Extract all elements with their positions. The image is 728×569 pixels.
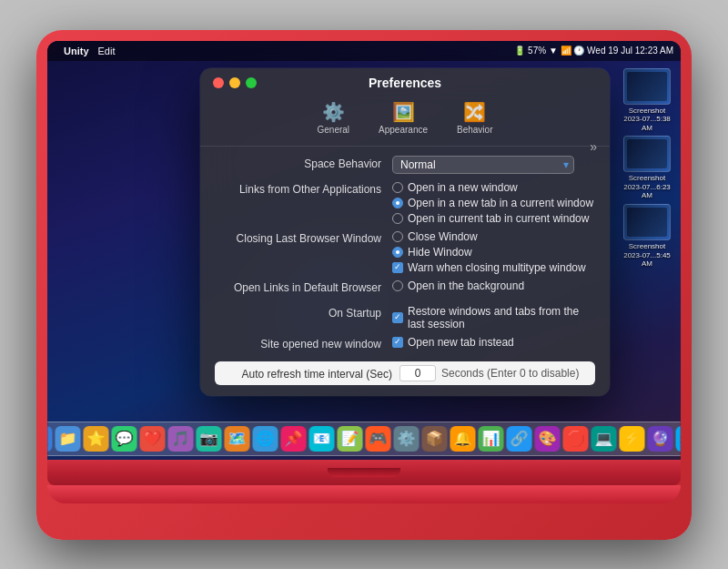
dock-icon-5[interactable]: ❤️ [140,426,166,452]
dock-icon-11[interactable]: 📧 [309,426,335,452]
restore-item[interactable]: Restore windows and tabs from the last s… [392,305,595,330]
space-behavior-row: Space Behavior Normal [215,156,595,176]
desktop-icon-2[interactable]: Screenshot2023-07...6:23 AM [621,136,673,200]
radio-new-window-label: Open in a new window [408,181,518,194]
radio-new-tab-label: Open in a new tab in a current window [408,197,593,209]
links-option-1[interactable]: Open in a new window [392,181,595,194]
dock-icon-15[interactable]: 📦 [422,426,448,452]
tab-behavior[interactable]: 🔀 Behavior [442,97,507,138]
menubar-edit[interactable]: Edit [98,46,116,56]
dock-icon-23[interactable]: 🔮 [648,426,673,452]
menubar-status: 🔋 57% ▼ 📶 🕐 Wed 19 Jul 12:23 AM [514,46,673,56]
tab-general-label: General [318,125,350,135]
radio-current-tab[interactable] [392,213,403,224]
checkbox-open-tab-label: Open new tab instead [408,336,514,349]
tab-appearance-label: Appearance [379,125,428,135]
dock-icon-9[interactable]: 🌐 [253,426,278,452]
site-opened-label: Site opened new window [215,336,392,351]
checkbox-restore-label: Restore windows and tabs from the last s… [408,305,595,330]
links-option-3[interactable]: Open in current tab in current window [392,212,595,225]
dialog-title: Preferences [369,76,441,90]
radio-open-bg-label: Open in the background [408,279,524,292]
laptop: Unity Edit 🔋 57% ▼ 📶 🕐 Wed 19 Jul 12:23 … [36,30,692,540]
menubar: Unity Edit 🔋 57% ▼ 📶 🕐 Wed 19 Jul 12:23 … [47,41,681,61]
radio-hide-window[interactable] [392,247,403,258]
dock-icon-20[interactable]: 🛑 [563,426,589,452]
icon-thumb-1 [623,68,671,105]
checkbox-open-tab[interactable] [392,337,403,348]
dock-icon-14[interactable]: ⚙️ [394,426,420,452]
checkbox-restore[interactable] [392,312,403,323]
radio-hide-window-label: Hide Window [408,246,472,259]
warn-closing-item[interactable]: Warn when closing multitype window [392,261,595,274]
links-label: Links from Other Applications [215,181,392,196]
laptop-base [47,460,681,485]
dock-container: 🔍 📁 ⭐ 💬 ❤️ 🎵 📷 🗺️ 🌐 📌 📧 📝 🎮 ⚙️ 📦 🔔 [47,422,681,456]
startup-row: On Startup Restore windows and tabs from… [215,305,595,330]
open-links-label: Open Links in Default Browser [215,279,392,294]
close-button[interactable] [213,77,224,88]
icon-thumb-3 [623,204,671,240]
laptop-notch [328,468,400,477]
dock-icon-4[interactable]: 💬 [112,426,137,452]
tab-general[interactable]: ⚙️ General [303,97,365,138]
dock-icon-16[interactable]: 🔔 [450,426,476,452]
menubar-app-name[interactable]: Unity [64,46,89,56]
open-links-option-1[interactable]: Open in the background [392,279,595,292]
radio-open-bg[interactable] [392,280,403,291]
dock: 🔍 📁 ⭐ 💬 ❤️ 🎵 📷 🗺️ 🌐 📌 📧 📝 🎮 ⚙️ 📦 🔔 [47,422,681,456]
auto-refresh-input[interactable] [399,365,436,381]
space-behavior-label: Space Behavior [215,156,392,170]
radio-new-window[interactable] [392,182,403,193]
dock-icon-12[interactable]: 📝 [338,426,363,452]
open-tab-item[interactable]: Open new tab instead [392,336,595,349]
maximize-button[interactable] [246,77,257,88]
tab-behavior-label: Behavior [457,125,492,135]
laptop-bottom [47,485,681,503]
radio-close-window[interactable] [392,231,403,242]
space-behavior-control: Normal [392,156,595,174]
space-behavior-select[interactable]: Normal [392,156,574,174]
icon-label-2: Screenshot2023-07...6:23 AM [621,174,673,200]
desktop-icon-1[interactable]: Screenshot2023-07...5:38 AM [621,68,673,133]
dock-icon-2[interactable]: 📁 [56,426,81,452]
behavior-icon: 🔀 [463,101,486,123]
dock-icon-17[interactable]: 📊 [479,426,504,452]
dock-icon-6[interactable]: 🎵 [168,426,194,452]
dock-icon-22[interactable]: ⚡ [620,426,645,452]
dock-icon-1[interactable]: 🔍 [47,426,53,452]
auto-refresh-row: Auto refresh time interval (Sec) Seconds… [215,361,595,385]
toolbar-tabs: ⚙️ General 🖼️ Appearance 🔀 Behavior » [200,94,610,147]
open-links-control: Open in the background [392,279,595,292]
dock-icon-10[interactable]: 📌 [281,426,307,452]
tab-appearance[interactable]: 🖼️ Appearance [364,97,442,138]
menubar-left: Unity Edit [55,46,115,56]
closing-row: Closing Last Browser Window Close Window… [215,230,595,274]
more-tabs-icon[interactable]: » [590,139,597,154]
screen-bezel: Unity Edit 🔋 57% ▼ 📶 🕐 Wed 19 Jul 12:23 … [47,41,681,460]
checkbox-warn-closing[interactable] [392,262,403,273]
closing-option-1[interactable]: Close Window [392,230,595,243]
dock-icon-24[interactable]: 🌊 [676,426,682,452]
links-option-2[interactable]: Open in a new tab in a current window [392,197,595,209]
appearance-icon: 🖼️ [392,101,415,123]
dialog-titlebar: Preferences [200,68,610,94]
radio-current-tab-label: Open in current tab in current window [408,212,589,225]
dock-icon-21[interactable]: 💻 [592,426,617,452]
open-links-row: Open Links in Default Browser Open in th… [215,279,595,300]
desktop-icon-3[interactable]: Screenshot2023-07...5:45 AM [621,204,673,269]
dock-icon-3[interactable]: ⭐ [84,426,109,452]
desktop-icons: Screenshot2023-07...5:38 AM Screenshot20… [621,68,673,269]
closing-label: Closing Last Browser Window [215,230,392,245]
preferences-dialog: Preferences ⚙️ General 🖼️ Appearance 🔀 B… [200,68,610,396]
dock-icon-19[interactable]: 🎨 [535,426,561,452]
auto-refresh-label: Auto refresh time interval (Sec) [222,366,399,381]
minimize-button[interactable] [229,77,240,88]
space-behavior-select-wrapper: Normal [392,156,574,174]
dock-icon-7[interactable]: 📷 [197,426,222,452]
dock-icon-8[interactable]: 🗺️ [225,426,250,452]
radio-new-tab-current[interactable] [392,198,403,208]
closing-option-2[interactable]: Hide Window [392,246,595,259]
dock-icon-13[interactable]: 🎮 [366,426,391,452]
dock-icon-18[interactable]: 🔗 [507,426,532,452]
